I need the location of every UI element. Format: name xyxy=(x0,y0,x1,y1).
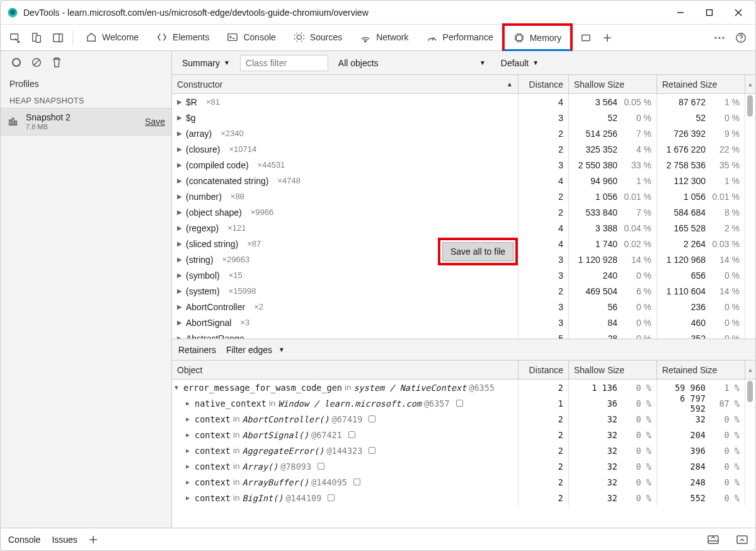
inspect-icon[interactable] xyxy=(4,25,26,51)
expand-icon[interactable]: ▶ xyxy=(186,494,192,501)
retainer-row[interactable]: ▶context in AggregateError() @1443232320… xyxy=(172,443,755,458)
maximize-button[interactable] xyxy=(695,1,724,25)
drawer-issues-tab[interactable]: Issues xyxy=(52,535,77,545)
scrollbar[interactable] xyxy=(745,94,755,339)
scrollbar-thumb[interactable] xyxy=(747,95,753,117)
minimize-button[interactable] xyxy=(666,1,695,25)
col-shallow[interactable]: Shallow Size xyxy=(569,75,657,93)
expand-icon[interactable]: ▶ xyxy=(186,463,192,470)
expand-icon[interactable]: ▶ xyxy=(186,415,192,422)
col-object[interactable]: Object xyxy=(172,361,518,379)
scrollbar[interactable] xyxy=(745,380,755,528)
drawer-expand-icon[interactable] xyxy=(736,535,748,544)
retainer-row[interactable]: ▶context in BigInt() @1441092320 %5520 % xyxy=(172,490,755,506)
col-constructor[interactable]: Constructor▲ xyxy=(172,75,518,93)
scroll-up-icon[interactable]: ▲ xyxy=(745,75,755,93)
retainer-row[interactable]: ▶context in AbortSignal() @674212320 %20… xyxy=(172,427,755,443)
expand-icon[interactable]: ▶ xyxy=(177,177,183,184)
col-distance[interactable]: Distance xyxy=(518,361,569,379)
retainer-row[interactable]: ▶context in AbortController() @674192320… xyxy=(172,411,755,427)
expand-icon[interactable]: ▶ xyxy=(177,319,183,326)
distance-cell: 4 xyxy=(518,173,569,188)
table-row[interactable]: ▶$g3520 %520 % xyxy=(172,110,755,125)
objects-dropdown[interactable]: All objects▼ xyxy=(333,55,491,71)
expand-icon[interactable]: ▼ xyxy=(175,384,181,391)
tab-performance[interactable]: Performance xyxy=(418,25,502,50)
expand-icon[interactable]: ▶ xyxy=(186,447,192,454)
expand-icon[interactable]: ▶ xyxy=(177,114,183,121)
table-row[interactable]: ▶(number)×8821 0560.01 %1 0560.01 % xyxy=(172,188,755,204)
drawer-dock-icon[interactable] xyxy=(707,535,719,544)
tab-sources[interactable]: Sources xyxy=(285,25,351,50)
col-retained[interactable]: Retained Size xyxy=(657,75,745,93)
help-icon[interactable] xyxy=(730,25,752,51)
table-row[interactable]: ▶(array)×23402514 2567 %726 3929 % xyxy=(172,125,755,141)
col-distance[interactable]: Distance xyxy=(518,75,569,93)
context-menu-save-all[interactable]: Save all to file xyxy=(442,242,513,261)
tab-network[interactable]: Network xyxy=(351,25,417,50)
scroll-up-icon[interactable]: ▲ xyxy=(745,361,755,379)
table-row[interactable]: ▶(concatenated string)×4748494 9601 %112… xyxy=(172,173,755,188)
add-tab-icon[interactable] xyxy=(597,25,618,51)
close-button[interactable] xyxy=(724,1,753,25)
more-icon[interactable] xyxy=(709,25,730,51)
view-dropdown[interactable]: Summary▼ xyxy=(177,55,235,71)
snapshot-save-link[interactable]: Save xyxy=(145,117,165,127)
expand-icon[interactable]: ▶ xyxy=(177,161,183,168)
retainer-row[interactable]: ▶context in ArrayBuffer() @1440952320 %2… xyxy=(172,474,755,490)
expand-icon[interactable]: ▶ xyxy=(177,224,183,231)
expand-icon[interactable]: ▶ xyxy=(177,287,183,294)
drawer-console-tab[interactable]: Console xyxy=(8,535,40,545)
expand-icon[interactable]: ▶ xyxy=(186,400,192,407)
table-row[interactable]: ▶(symbol)×1532400 %6560 % xyxy=(172,267,755,283)
expand-icon[interactable]: ▶ xyxy=(177,256,183,263)
scrollbar-thumb[interactable] xyxy=(747,381,753,402)
record-button[interactable] xyxy=(8,54,25,71)
class-filter-input[interactable] xyxy=(240,55,328,71)
retainer-row[interactable]: ▶native_context in Window / learn.micros… xyxy=(172,395,755,411)
col-retained[interactable]: Retained Size xyxy=(657,361,745,379)
link-icon[interactable] xyxy=(348,431,355,438)
expand-icon[interactable]: ▶ xyxy=(186,431,192,438)
table-row[interactable]: ▶(compiled code)×4453132 550 38033 %2 75… xyxy=(172,157,755,173)
delete-button[interactable] xyxy=(49,54,65,71)
device-toggle-icon[interactable] xyxy=(26,25,47,51)
link-icon[interactable] xyxy=(369,415,375,422)
expand-icon[interactable]: ▶ xyxy=(177,130,183,137)
expand-icon[interactable]: ▶ xyxy=(177,272,183,279)
tab-welcome[interactable]: Welcome xyxy=(77,25,147,50)
clear-button[interactable] xyxy=(28,54,45,71)
col-shallow[interactable]: Shallow Size xyxy=(569,361,657,379)
table-row[interactable]: ▶(system)×159982469 5046 %1 110 60414 % xyxy=(172,283,755,299)
table-row[interactable]: ▶AbortSignal×33840 %4600 % xyxy=(172,315,755,330)
link-icon[interactable] xyxy=(369,447,375,454)
table-row[interactable]: ▶(regexp)×12143 3880.04 %165 5282 % xyxy=(172,220,755,236)
expand-icon[interactable]: ▶ xyxy=(177,146,183,153)
expand-icon[interactable]: ▶ xyxy=(177,193,183,200)
tab-console[interactable]: Console xyxy=(218,25,284,50)
link-icon[interactable] xyxy=(353,478,360,485)
filter-edges-dropdown[interactable]: Filter edges▼ xyxy=(226,345,285,355)
table-row[interactable]: ▶(closure)×107142325 3524 %1 676 22022 % xyxy=(172,141,755,157)
table-row[interactable]: ▶AbstractRange5280 %3520 % xyxy=(172,330,755,339)
retainer-row[interactable]: ▶context in Array() @780932320 %2840 % xyxy=(172,458,755,474)
tab-overflow-icon[interactable] xyxy=(575,25,597,51)
expand-icon[interactable]: ▶ xyxy=(177,209,183,216)
expand-icon[interactable]: ▶ xyxy=(177,98,183,105)
expand-icon[interactable]: ▶ xyxy=(186,478,192,485)
table-row[interactable]: ▶(object shape)×99662533 8407 %584 6848 … xyxy=(172,204,755,220)
expand-icon[interactable]: ▶ xyxy=(177,303,183,310)
default-dropdown[interactable]: Default▼ xyxy=(496,55,544,71)
expand-icon[interactable]: ▶ xyxy=(177,240,183,247)
link-icon[interactable] xyxy=(328,494,335,501)
tab-elements[interactable]: Elements xyxy=(147,25,218,50)
snapshot-item[interactable]: Snapshot 2 7.8 MB Save xyxy=(1,108,171,136)
table-row[interactable]: ▶AbortController×23560 %2360 % xyxy=(172,299,755,315)
tab-memory[interactable]: Memory xyxy=(502,23,573,52)
expand-icon[interactable]: ▶ xyxy=(177,335,183,339)
dock-side-icon[interactable] xyxy=(47,25,69,51)
link-icon[interactable] xyxy=(456,400,463,407)
link-icon[interactable] xyxy=(318,463,324,470)
add-drawer-tab-icon[interactable] xyxy=(89,535,98,544)
table-row[interactable]: ▶$R×8143 5640.05 %87 6721 % xyxy=(172,94,755,110)
